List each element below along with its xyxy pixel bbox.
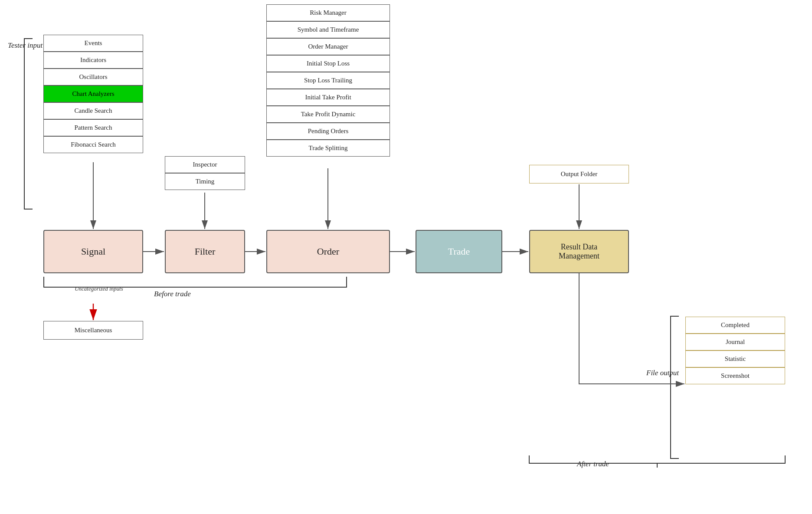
order-box-initial-take-profit: Initial Take Profit	[266, 89, 390, 106]
signal-input-boxes: Events Indicators Oscillators Chart Anal…	[43, 35, 143, 153]
flow-order: Order	[266, 230, 390, 273]
file-output-boxes: Completed Journal Statistic Screenshot	[685, 317, 785, 384]
uncategorized-label: Uncategorized inputs	[64, 285, 134, 292]
output-folder-box: Output Folder	[529, 165, 629, 183]
order-box-risk-manager: Risk Manager	[266, 4, 390, 21]
file-output-journal: Journal	[685, 334, 785, 350]
filter-input-boxes: Inspector Timing	[165, 156, 245, 190]
flow-trade: Trade	[416, 230, 502, 273]
filter-box-timing: Timing	[165, 173, 245, 190]
result-to-file-arrow	[579, 273, 684, 384]
flow-result: Result Data Management	[529, 230, 629, 273]
misc-box: Miscellaneous	[43, 321, 143, 340]
signal-box-candle-search: Candle Search	[43, 102, 143, 119]
order-box-take-profit-dynamic: Take Profit Dynamic	[266, 106, 390, 123]
order-box-pending-orders: Pending Orders	[266, 123, 390, 140]
signal-box-chart-analyzers: Chart Analyzers	[43, 85, 143, 102]
after-trade-label: After trade	[577, 460, 609, 468]
signal-box-fibonacci-search: Fibonacci Search	[43, 136, 143, 153]
order-input-boxes: Risk Manager Symbol and Timeframe Order …	[266, 4, 390, 157]
file-output-completed: Completed	[685, 317, 785, 334]
flow-signal: Signal	[43, 230, 143, 273]
file-output-statistic: Statistic	[685, 350, 785, 367]
file-output-label: File output	[646, 369, 679, 377]
signal-box-pattern-search: Pattern Search	[43, 119, 143, 136]
signal-box-indicators: Indicators	[43, 52, 143, 69]
tester-input-bracket	[24, 38, 33, 210]
order-box-initial-stop-loss: Initial Stop Loss	[266, 55, 390, 72]
diagram-container: Tester input Events Indicators Oscillato…	[0, 0, 812, 514]
order-box-symbol-timeframe: Symbol and Timeframe	[266, 21, 390, 38]
flow-filter: Filter	[165, 230, 245, 273]
before-trade-label: Before trade	[154, 290, 191, 298]
file-output-screenshot: Screenshot	[685, 367, 785, 384]
signal-box-oscillators: Oscillators	[43, 69, 143, 85]
order-box-trade-splitting: Trade Splitting	[266, 140, 390, 157]
signal-box-events: Events	[43, 35, 143, 52]
filter-box-inspector: Inspector	[165, 156, 245, 173]
order-box-stop-loss-trailing: Stop Loss Trailing	[266, 72, 390, 89]
file-output-bracket	[670, 316, 679, 459]
order-box-order-manager: Order Manager	[266, 38, 390, 55]
after-trade-bracket	[529, 455, 785, 463]
